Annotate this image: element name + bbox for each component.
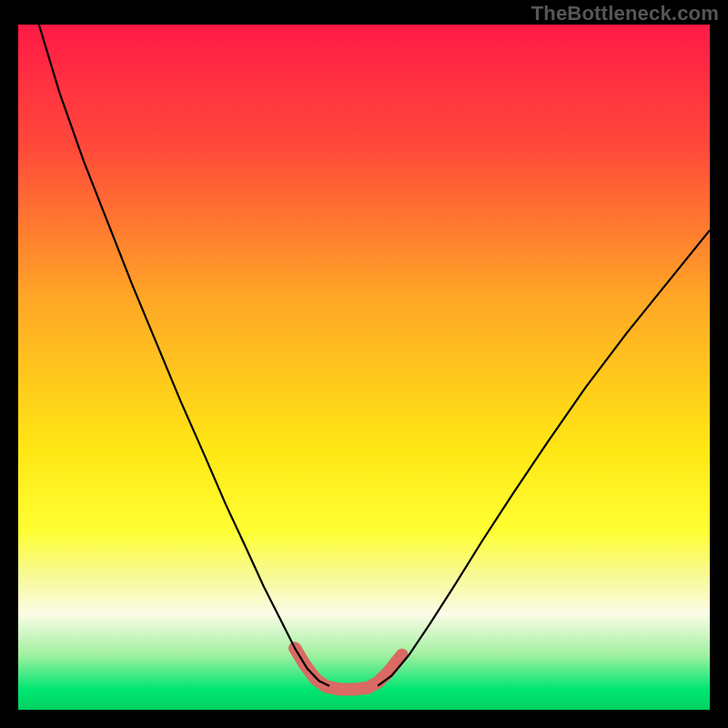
chart-canvas <box>0 0 728 728</box>
watermark-text: TheBottleneck.com <box>531 2 719 25</box>
chart-frame: { "watermark": "TheBottleneck.com", "cha… <box>0 0 728 728</box>
plot-background <box>18 25 710 710</box>
